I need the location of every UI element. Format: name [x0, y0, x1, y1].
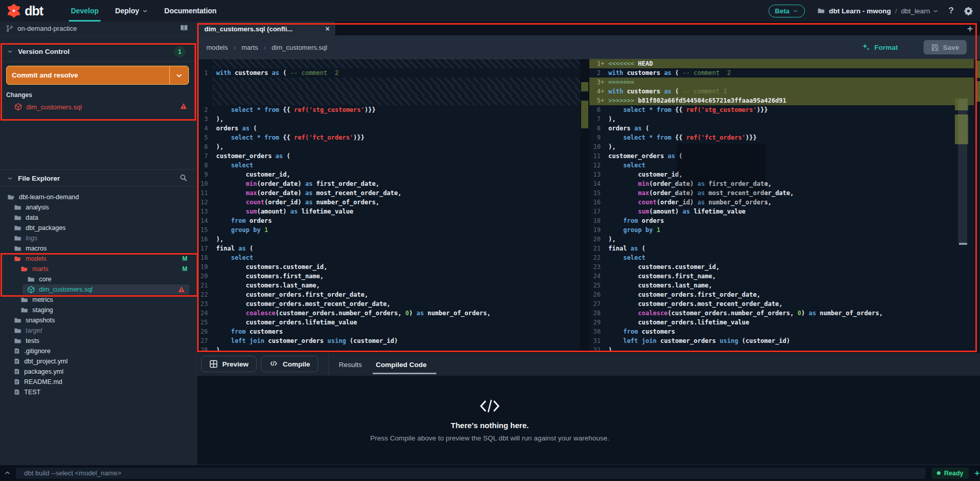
code-line-13[interactable]: 13 customer_id,	[589, 170, 974, 179]
format-button[interactable]: Format	[862, 43, 898, 51]
beta-dropdown[interactable]: Beta	[768, 5, 805, 17]
code-line-14[interactable]: 14 from orders	[197, 216, 580, 225]
code-line-25[interactable]: 25 customer_orders.lifetime_value	[197, 318, 580, 327]
code-line-32[interactable]: 32)	[589, 345, 974, 351]
code-line-28[interactable]: 28 coalesce(customer_orders.number_of_or…	[589, 309, 974, 318]
code-line-18[interactable]: 18 from orders	[589, 216, 974, 225]
tree-item-tests[interactable]: tests	[0, 336, 197, 346]
code-line-14[interactable]: 14 min(order_date) as first_order_date,	[589, 179, 974, 188]
code-line-18[interactable]: 18 select	[197, 253, 580, 262]
code-line-19[interactable]: 19 customers.customer_id,	[197, 262, 580, 272]
command-input[interactable]: dbt build --select <model_name>	[16, 468, 926, 479]
gear-icon[interactable]	[964, 7, 973, 15]
tree-item-staging[interactable]: staging	[0, 305, 197, 315]
code-line-10[interactable]: 10 min(order_date) as first_order_date,	[197, 179, 580, 188]
nav-item-deploy[interactable]: Deploy	[107, 0, 156, 22]
tab-results[interactable]: Results	[339, 353, 362, 376]
nav-item-develop[interactable]: Develop	[63, 0, 107, 22]
tree-item-dim_customers-sql[interactable]: dim_customers.sql	[23, 284, 189, 295]
code-line-4+[interactable]: 4+with customers as ( -- comment 1	[589, 87, 974, 96]
code-line-15[interactable]: 15 max(order_date) as most_recent_order_…	[589, 188, 974, 198]
code-line-21[interactable]: 21final as (	[589, 244, 974, 253]
version-control-header[interactable]: Version Control 1	[0, 42, 197, 62]
dbt-logo[interactable]: dbt	[6, 3, 43, 18]
chevron-up-icon[interactable]	[4, 470, 11, 476]
code-line-20[interactable]: 20),	[589, 235, 974, 244]
code-line-5[interactable]: 5 select * from {{ ref('fct_orders')}}	[197, 133, 580, 142]
tree-item-metrics[interactable]: metrics	[0, 295, 197, 305]
editor-tab-dim-customers[interactable]: dim_customers.sql (confli... ×	[197, 22, 335, 36]
code-line-2[interactable]: 2 select * from {{ ref('stg_customers')}…	[197, 105, 580, 114]
code-line-25[interactable]: 25 customers.last_name,	[589, 281, 974, 290]
file-explorer-header[interactable]: File Explorer	[0, 170, 197, 187]
code-line-10[interactable]: 10),	[589, 142, 974, 151]
breadcrumb-item-marts[interactable]: marts	[239, 43, 260, 52]
diff-left-pane[interactable]: 1with customers as ( -- comment 22 selec…	[197, 59, 580, 351]
code-line-31[interactable]: 31 left join customer_orders using (cust…	[589, 336, 974, 345]
code-line-4[interactable]: 4orders as (	[197, 124, 580, 133]
tree-item-core[interactable]: core	[0, 274, 197, 284]
tree-item-logs[interactable]: logs	[0, 233, 197, 243]
close-icon[interactable]: ×	[325, 25, 330, 33]
breadcrumb-item-dim_customers-sql[interactable]: dim_customers.sql	[270, 43, 329, 52]
code-line-5+[interactable]: 5+>>>>>>> b81f802a66fd544504c65721e3ffaa…	[589, 96, 974, 105]
scrollbar-thumb[interactable]	[958, 99, 967, 243]
code-line-7[interactable]: 7customer_orders as (	[197, 151, 580, 161]
code-line-27[interactable]: 27 left join customer_orders using (cust…	[197, 336, 580, 345]
tree-item-snapshots[interactable]: snapshots	[0, 315, 197, 325]
help-icon[interactable]: ?	[949, 6, 954, 16]
tree-item-dbt_packages[interactable]: dbt_packages	[0, 223, 197, 233]
code-line-22[interactable]: 22 select	[589, 253, 974, 262]
code-line-3[interactable]: 3),	[197, 114, 580, 124]
code-line-8[interactable]: 8orders as (	[589, 124, 974, 133]
code-line-28[interactable]: 28)	[197, 345, 580, 351]
code-line-23[interactable]: 23 customer_orders.most_recent_order_dat…	[197, 299, 580, 309]
code-line-12[interactable]: 12 select	[589, 161, 974, 170]
code-line-8[interactable]: 8 select	[197, 161, 580, 170]
left-pane-overview-ruler[interactable]	[580, 59, 589, 351]
code-line-11[interactable]: 11customer_orders as (	[589, 151, 974, 161]
save-button[interactable]: Save	[924, 40, 967, 54]
tree-item-macros[interactable]: macros	[0, 243, 197, 254]
code-line-15[interactable]: 15 group by 1	[197, 225, 580, 235]
tree-item-dbt-learn-on-demand[interactable]: dbt-learn-on-demand	[0, 192, 197, 202]
code-line-20[interactable]: 20 customers.first_name,	[197, 272, 580, 281]
code-line-19[interactable]: 19 group by 1	[589, 225, 974, 235]
breadcrumb-item-models[interactable]: models	[204, 43, 230, 52]
tree-item-analysis[interactable]: analysis	[0, 202, 197, 213]
code-line-24[interactable]: 24 coalesce(customer_orders.number_of_or…	[197, 309, 580, 318]
code-line-9[interactable]: 9 select * from {{ ref('fct_orders')}}	[589, 133, 974, 142]
code-line-27[interactable]: 27 customer_orders.most_recent_order_dat…	[589, 299, 974, 309]
tree-item-marts[interactable]: martsM	[0, 264, 197, 274]
code-hatch-row[interactable]	[197, 87, 580, 96]
code-line-9[interactable]: 9 customer_id,	[197, 170, 580, 179]
code-line-7[interactable]: 7),	[589, 114, 974, 124]
branch-row[interactable]: on-demand-practice	[0, 22, 197, 36]
code-line-2[interactable]: 2with customers as ( -- comment 2	[589, 68, 974, 78]
code-line-21[interactable]: 21 customers.last_name,	[197, 281, 580, 290]
code-line-26[interactable]: 26 customer_orders.first_order_date,	[589, 290, 974, 299]
commit-and-resolve-button[interactable]: Commit and resolve	[6, 66, 189, 85]
code-line-12[interactable]: 12 count(order_id) as number_of_orders,	[197, 198, 580, 207]
tree-item-packages-yml[interactable]: packages.yml	[0, 367, 197, 377]
tree-item--gitignore[interactable]: .gitignore	[0, 346, 197, 356]
code-hatch-row[interactable]	[197, 96, 580, 105]
tree-item-README-md[interactable]: README.md	[0, 377, 197, 387]
code-line-22[interactable]: 22 customer_orders.first_order_date,	[197, 290, 580, 299]
search-icon[interactable]	[180, 174, 187, 182]
code-line-17[interactable]: 17final as (	[197, 244, 580, 253]
new-tab-plus-icon[interactable]: +	[967, 24, 973, 34]
code-line-24[interactable]: 24 customers.first_name,	[589, 272, 974, 281]
code-line-17[interactable]: 17 sum(amount) as lifetime_value	[589, 207, 974, 216]
tree-item-data[interactable]: data	[0, 213, 197, 223]
code-hatch-row[interactable]	[197, 78, 580, 87]
tree-item-target[interactable]: target	[0, 325, 197, 336]
book-icon[interactable]	[180, 24, 188, 32]
tree-item-dbt_project-yml[interactable]: dbt_project.yml	[0, 356, 197, 367]
code-line-6[interactable]: 6 select * from {{ ref('stg_customers')}…	[589, 105, 974, 114]
nav-item-documentation[interactable]: Documentation	[156, 0, 225, 22]
code-line-29[interactable]: 29 customer_orders.lifetime_value	[589, 318, 974, 327]
code-line-16[interactable]: 16 count(order_id) as number_of_orders,	[589, 198, 974, 207]
tree-item-TEST[interactable]: TEST	[0, 387, 197, 397]
code-line-3+[interactable]: 3+=======	[589, 78, 974, 87]
